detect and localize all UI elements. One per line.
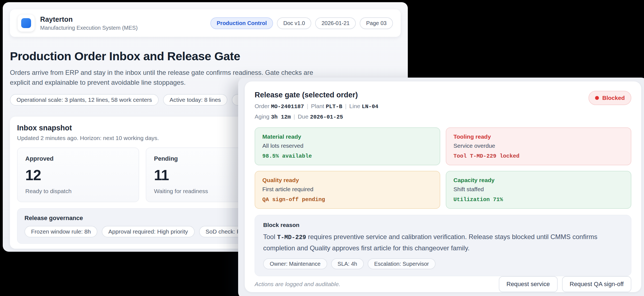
page-header-card: Rayterton Manufacturing Execution System… [10, 9, 401, 37]
stat-label: Approved [25, 155, 131, 162]
gate-card-material: Material ready All lots reserved 98.5% a… [255, 127, 440, 165]
gate-metric: 98.5% available [262, 153, 433, 159]
gate-metric: QA sign-off pending [262, 196, 433, 203]
order-meta-line: Order MO-2401187|Plant PLT-B|Line LN-04 [255, 103, 378, 110]
blocked-dot-icon [595, 96, 599, 100]
gate-detail: All lots reserved [262, 142, 433, 149]
governance-pill-frozen-window: Frozen window rule: 8h [24, 226, 97, 237]
stat-value: 12 [25, 167, 131, 183]
block-pill-owner: Owner: Maintenance [263, 258, 327, 269]
brand-name: Rayterton [40, 15, 138, 23]
request-qa-signoff-button[interactable]: Request QA sign-off [562, 276, 632, 292]
footer-note: Actions are logged and auditable. [255, 281, 340, 287]
block-reason-tool-id: T-MD-229 [277, 234, 306, 241]
release-gate-title: Release gate (selected order) [255, 91, 378, 99]
gate-check-grid: Material ready All lots reserved 98.5% a… [255, 127, 631, 209]
aging-value: 3h 12m [271, 114, 291, 120]
block-reason-box: Block reason Tool T-MD-229 requires prev… [255, 215, 631, 276]
stat-caption: Ready to dispatch [25, 188, 131, 194]
aging-label: Aging [255, 113, 269, 120]
meta-pill-active-today: Active today: 8 lines [163, 94, 228, 106]
footer-actions: Request service Request QA sign-off [499, 276, 631, 292]
order-value: MO-2401187 [271, 103, 304, 110]
gate-detail: Service overdue [453, 142, 624, 149]
status-badge-label: Blocked [602, 95, 625, 101]
release-gate-panel: Release gate (selected order) Order MO-2… [238, 78, 644, 296]
screenshot-stage: Rayterton Manufacturing Execution System… [0, 0, 644, 296]
gate-metric: Utilization 71% [453, 196, 624, 203]
line-label: Line [349, 103, 360, 109]
meta-pill-operational-scale: Operational scale: 3 plants, 12 lines, 5… [10, 94, 159, 106]
separator: | [342, 103, 349, 109]
gate-card-capacity: Capacity ready Shift staffed Utilization… [446, 171, 631, 209]
status-badge: Blocked [588, 91, 631, 105]
brand-logo [18, 15, 35, 32]
aging-meta-line: Aging 3h 12m|Due 2026-01-25 [255, 113, 378, 120]
release-gate-card: Release gate (selected order) Order MO-2… [245, 81, 641, 292]
plant-value: PLT-B [326, 103, 342, 110]
block-reason-text: Tool T-MD-229 requires preventive servic… [263, 232, 623, 253]
plant-label: Plant [311, 103, 324, 109]
block-reason-pills: Owner: Maintenance SLA: 4h Escalation: S… [263, 258, 623, 269]
gate-detail: First article required [262, 186, 433, 193]
order-label: Order [255, 103, 269, 109]
header-badges: Production Control Doc v1.0 2026-01-21 P… [210, 17, 393, 29]
gate-detail: Shift staffed [453, 186, 624, 193]
badge-production-control: Production Control [210, 17, 273, 29]
brand: Rayterton Manufacturing Execution System… [18, 15, 138, 32]
page-title: Production Order Inbox and Release Gate [10, 50, 401, 63]
badge-doc-version: Doc v1.0 [277, 17, 311, 29]
gate-card-tooling: Tooling ready Service overdue Tool T-MD-… [446, 127, 631, 165]
separator: | [304, 103, 311, 109]
brand-logo-icon [21, 18, 31, 28]
gate-title: Material ready [262, 133, 433, 140]
block-reason-text-post: requires preventive service and calibrat… [263, 233, 597, 252]
release-gate-footer: Actions are logged and auditable. Reques… [255, 276, 631, 292]
line-value: LN-04 [362, 103, 378, 110]
separator: | [291, 113, 298, 120]
gate-title: Tooling ready [453, 133, 624, 140]
gate-card-quality: Quality ready First article required QA … [255, 171, 440, 209]
due-value: 2026-01-25 [310, 114, 343, 120]
gate-metric: Tool T-MD-229 locked [453, 153, 624, 159]
block-reason-text-pre: Tool [263, 233, 277, 240]
request-service-button[interactable]: Request service [499, 276, 558, 292]
badge-page-number: Page 03 [360, 17, 393, 29]
brand-subtitle: Manufacturing Execution System (MES) [40, 25, 138, 31]
block-pill-escalation: Escalation: Supervisor [368, 258, 436, 269]
gate-title: Quality ready [262, 177, 433, 183]
badge-date: 2026-01-21 [315, 17, 356, 29]
stat-card-approved: Approved 12 Ready to dispatch [17, 147, 139, 202]
due-label: Due [298, 113, 309, 120]
gate-title: Capacity ready [453, 177, 624, 183]
release-gate-header: Release gate (selected order) Order MO-2… [255, 91, 631, 120]
block-pill-sla: SLA: 4h [331, 258, 364, 269]
block-reason-title: Block reason [263, 222, 623, 228]
governance-pill-approval-required: Approval required: High priority [102, 226, 194, 237]
